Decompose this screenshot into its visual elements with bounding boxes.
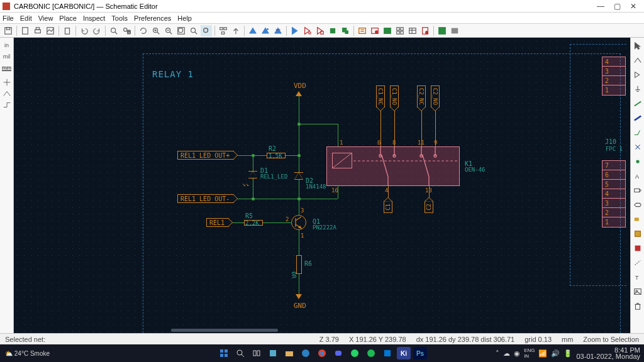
menu-file[interactable]: File — [3, 14, 14, 22]
mirror-h-icon[interactable] — [289, 25, 301, 36]
leave-sheet-icon[interactable] — [230, 25, 242, 36]
net-c2-no[interactable]: C2_NO — [431, 85, 440, 107]
search-tb-icon[interactable] — [233, 347, 247, 359]
pcb-icon[interactable] — [436, 25, 448, 36]
cursor-full-icon[interactable] — [3, 78, 11, 88]
simulate-icon[interactable] — [382, 25, 393, 36]
net-c2-nc[interactable]: C2_NC — [417, 85, 426, 107]
net-rel1-led-out-p[interactable]: REL1_LED_OUT+ — [177, 151, 234, 160]
system-tray[interactable]: ˄ ☁ ◉ ENGIN 📶 🔊 🔋 8:41 PM 03-01-2022, Mo… — [496, 347, 640, 359]
start-icon[interactable] — [217, 347, 231, 359]
resistor-r6[interactable] — [296, 255, 302, 274]
import-sheet-icon[interactable] — [632, 243, 643, 254]
net-rel1[interactable]: REL1 — [206, 218, 229, 227]
tray-steam-icon[interactable]: ◉ — [514, 349, 520, 358]
tray-volume-icon[interactable]: 🔊 — [551, 349, 560, 358]
print-icon[interactable] — [32, 25, 43, 36]
symbol-browse-icon[interactable] — [314, 25, 326, 36]
connector-j10[interactable]: 7 6 5 4 3 2 1 — [602, 160, 626, 228]
whatsapp-icon[interactable] — [348, 347, 362, 359]
discord-icon[interactable] — [331, 347, 345, 359]
add-symbol-icon[interactable] — [632, 69, 643, 80]
menu-place[interactable]: Place — [59, 14, 77, 22]
menu-tools[interactable]: Tools — [111, 14, 128, 22]
net-rel1-led-out-n[interactable]: REL1_LED_OUT- — [177, 194, 234, 203]
tray-battery-icon[interactable]: 🔋 — [564, 349, 572, 358]
add-bus-icon[interactable] — [632, 112, 643, 124]
schematic-canvas[interactable]: RELAY 1 VDD R2 1.5K REL1_LED_OUT+ ↘↘ D1 … — [14, 38, 630, 333]
net-c1[interactable]: C1 — [384, 201, 392, 213]
page-settings-icon[interactable] — [19, 25, 31, 36]
unit-mm[interactable]: mm — [1, 63, 13, 73]
add-hier-label-icon[interactable] — [632, 214, 643, 225]
taskbar-weather[interactable]: ⛅ 24°C Smoke — [5, 350, 50, 357]
hierarchy-icon[interactable] — [218, 25, 229, 36]
add-sheet-icon[interactable] — [632, 228, 643, 239]
chrome-icon[interactable] — [315, 347, 329, 359]
zoom-out-icon[interactable] — [163, 25, 174, 36]
add-line-icon[interactable] — [632, 257, 643, 268]
minimize-button[interactable]: — — [592, 2, 609, 11]
find-icon[interactable] — [108, 25, 119, 36]
mirror-v-icon[interactable] — [272, 25, 284, 36]
zoom-in-icon[interactable] — [150, 25, 162, 36]
close-button[interactable]: ✕ — [625, 2, 641, 11]
taskbar-clock[interactable]: 8:41 PM 03-01-2022, Monday — [576, 347, 640, 359]
tray-lang[interactable]: ENGIN — [524, 348, 535, 359]
annotate-icon[interactable] — [357, 25, 368, 36]
assign-fp-icon[interactable] — [394, 25, 406, 36]
field-editor-icon[interactable] — [407, 25, 418, 36]
explorer-icon[interactable] — [282, 347, 296, 359]
tray-cloud-icon[interactable]: ☁ — [503, 349, 510, 358]
erc-icon[interactable] — [369, 25, 380, 36]
add-wire-icon[interactable] — [632, 98, 643, 109]
widgets-icon[interactable] — [266, 347, 280, 359]
maximize-button[interactable]: ▢ — [609, 2, 625, 11]
unit-in[interactable]: in — [1, 40, 13, 50]
delete-icon[interactable] — [632, 300, 643, 312]
add-noconn-icon[interactable] — [632, 141, 643, 153]
zoom-obj-icon[interactable] — [188, 25, 199, 36]
kicad-icon[interactable]: Ki — [397, 347, 411, 359]
zoom-fit-icon[interactable] — [175, 25, 187, 36]
tray-wifi-icon[interactable]: 📶 — [538, 349, 547, 358]
add-power-icon[interactable] — [632, 84, 643, 95]
lines-90-icon[interactable] — [3, 101, 11, 111]
add-text-icon[interactable]: T — [632, 272, 643, 283]
vscode-icon[interactable] — [380, 347, 394, 359]
add-global-icon[interactable] — [632, 199, 643, 211]
rotate-ccw-icon[interactable] — [247, 25, 258, 36]
menu-edit[interactable]: Edit — [20, 14, 32, 22]
edge-icon[interactable] — [299, 347, 313, 359]
scrollbar-horizontal[interactable] — [171, 329, 278, 332]
save-icon[interactable] — [3, 25, 14, 36]
refresh-icon[interactable] — [138, 25, 149, 36]
net-c1-no[interactable]: C1_NO — [390, 85, 399, 107]
footprint-editor-icon[interactable] — [327, 25, 338, 36]
net-c2[interactable]: C2 — [425, 201, 433, 213]
plot-icon[interactable] — [45, 25, 56, 36]
menu-help[interactable]: Help — [177, 14, 192, 22]
tray-chevron-icon[interactable]: ˄ — [496, 349, 499, 358]
zoom-selection-icon[interactable] — [201, 25, 212, 36]
rotate-cw-icon[interactable] — [260, 25, 271, 36]
bom-icon[interactable] — [419, 25, 431, 36]
select-tool-icon[interactable] — [632, 40, 643, 52]
export-netlist-icon[interactable] — [449, 25, 460, 36]
no-dnp-icon[interactable] — [3, 89, 11, 99]
net-c1-nc[interactable]: C1_NC — [376, 85, 385, 107]
symbol-editor-icon[interactable] — [302, 25, 313, 36]
menu-view[interactable]: View — [38, 14, 53, 22]
windows-taskbar[interactable]: ⛅ 24°C Smoke Ki Ps ˄ ☁ ◉ ENGIN 📶 🔊 🔋 8:4… — [0, 344, 644, 362]
add-image-icon[interactable] — [632, 286, 643, 297]
spotify-icon[interactable] — [364, 347, 378, 359]
undo-icon[interactable] — [79, 25, 90, 36]
add-bus2wire-icon[interactable] — [632, 127, 643, 138]
find-replace-icon[interactable]: B — [121, 25, 132, 36]
unit-mil[interactable]: mil — [1, 52, 13, 62]
highlight-net-icon[interactable] — [632, 55, 643, 66]
photoshop-icon[interactable]: Ps — [413, 347, 427, 359]
add-label-icon[interactable]: A — [632, 170, 643, 182]
add-netlabel-icon[interactable] — [632, 185, 643, 196]
connector-top[interactable]: 4 3 2 1 — [602, 57, 626, 96]
